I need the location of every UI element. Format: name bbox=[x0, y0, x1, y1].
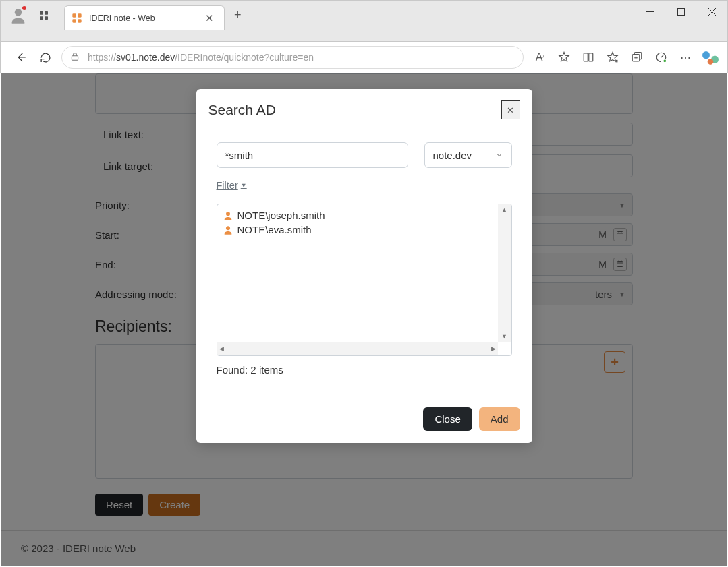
svg-rect-4 bbox=[45, 16, 48, 20]
browser-tab[interactable]: IDERI note - Web ✕ bbox=[64, 5, 225, 30]
site-info-icon[interactable] bbox=[70, 52, 80, 63]
vertical-scrollbar[interactable]: ▲ ▼ bbox=[498, 204, 511, 342]
svg-rect-2 bbox=[45, 11, 48, 15]
svg-rect-14 bbox=[584, 53, 588, 61]
refresh-button[interactable] bbox=[33, 45, 57, 69]
address-bar[interactable]: https://sv01.note.dev/IDERInote/quicknot… bbox=[61, 46, 524, 69]
read-aloud-icon[interactable]: A⁾ bbox=[528, 45, 552, 69]
modal-title: Search AD bbox=[208, 102, 276, 118]
profile-icon[interactable] bbox=[9, 6, 28, 25]
svg-rect-8 bbox=[78, 19, 81, 22]
tab-favicon-icon bbox=[72, 13, 82, 24]
split-screen-icon[interactable] bbox=[576, 45, 600, 69]
svg-rect-15 bbox=[589, 53, 593, 61]
copilot-icon[interactable] bbox=[702, 49, 719, 66]
domain-select[interactable]: note.dev bbox=[424, 142, 512, 168]
svg-point-0 bbox=[15, 9, 22, 16]
tab-close-icon[interactable]: ✕ bbox=[202, 11, 217, 26]
result-item[interactable]: NOTE\eva.smith bbox=[223, 222, 493, 237]
modal-close-icon[interactable]: ✕ bbox=[501, 100, 520, 119]
tab-title: IDERI note - Web bbox=[89, 13, 202, 23]
browser-titlebar: IDERI note - Web ✕ + bbox=[0, 0, 728, 42]
svg-rect-3 bbox=[40, 16, 43, 20]
back-button[interactable] bbox=[9, 45, 33, 69]
svg-point-21 bbox=[663, 59, 666, 62]
horizontal-scrollbar[interactable]: ◀ ▶ bbox=[217, 342, 498, 355]
found-count-text: Found: 2 items bbox=[217, 364, 512, 376]
performance-icon[interactable] bbox=[649, 45, 673, 69]
filter-toggle[interactable]: Filter▼ bbox=[217, 180, 247, 191]
svg-rect-13 bbox=[72, 55, 78, 59]
svg-rect-6 bbox=[78, 13, 81, 17]
window-minimize-button[interactable] bbox=[634, 1, 665, 22]
results-listbox: NOTE\joseph.smith NOTE\eva.smith ▲ ▼ ◀ ▶ bbox=[217, 204, 512, 356]
url-text: https://sv01.note.dev/IDERInote/quicknot… bbox=[88, 52, 314, 63]
svg-point-31 bbox=[226, 226, 230, 230]
result-item[interactable]: NOTE\joseph.smith bbox=[223, 208, 493, 222]
user-icon bbox=[223, 210, 233, 221]
modal-overlay[interactable]: Search AD ✕ note.dev Filter▼ NOTE\joseph… bbox=[1, 73, 727, 566]
svg-rect-10 bbox=[677, 8, 684, 15]
favorite-icon[interactable] bbox=[552, 45, 576, 69]
add-button[interactable]: Add bbox=[479, 407, 520, 431]
scroll-right-icon[interactable]: ▶ bbox=[491, 345, 496, 352]
menu-icon[interactable]: ⋯ bbox=[673, 45, 698, 69]
svg-rect-1 bbox=[40, 11, 43, 15]
scroll-left-icon[interactable]: ◀ bbox=[219, 345, 224, 352]
search-input[interactable] bbox=[217, 142, 408, 168]
search-ad-modal: Search AD ✕ note.dev Filter▼ NOTE\joseph… bbox=[196, 89, 532, 443]
domain-select-value: note.dev bbox=[433, 150, 472, 161]
svg-point-30 bbox=[226, 212, 230, 216]
window-maximize-button[interactable] bbox=[665, 1, 696, 22]
result-item-label: NOTE\joseph.smith bbox=[237, 210, 325, 221]
collections-icon[interactable] bbox=[625, 45, 649, 69]
svg-rect-7 bbox=[72, 19, 76, 22]
close-button[interactable]: Close bbox=[423, 407, 472, 431]
new-tab-button[interactable]: + bbox=[225, 8, 251, 22]
user-icon bbox=[223, 225, 233, 235]
scroll-up-icon[interactable]: ▲ bbox=[501, 206, 507, 213]
workspaces-icon[interactable] bbox=[36, 7, 52, 24]
favorites-list-icon[interactable] bbox=[600, 45, 625, 69]
browser-toolbar: https://sv01.note.dev/IDERInote/quicknot… bbox=[0, 42, 728, 73]
svg-rect-5 bbox=[72, 13, 76, 17]
scroll-down-icon[interactable]: ▼ bbox=[501, 333, 507, 340]
result-item-label: NOTE\eva.smith bbox=[237, 224, 312, 235]
window-close-button[interactable] bbox=[696, 1, 727, 22]
